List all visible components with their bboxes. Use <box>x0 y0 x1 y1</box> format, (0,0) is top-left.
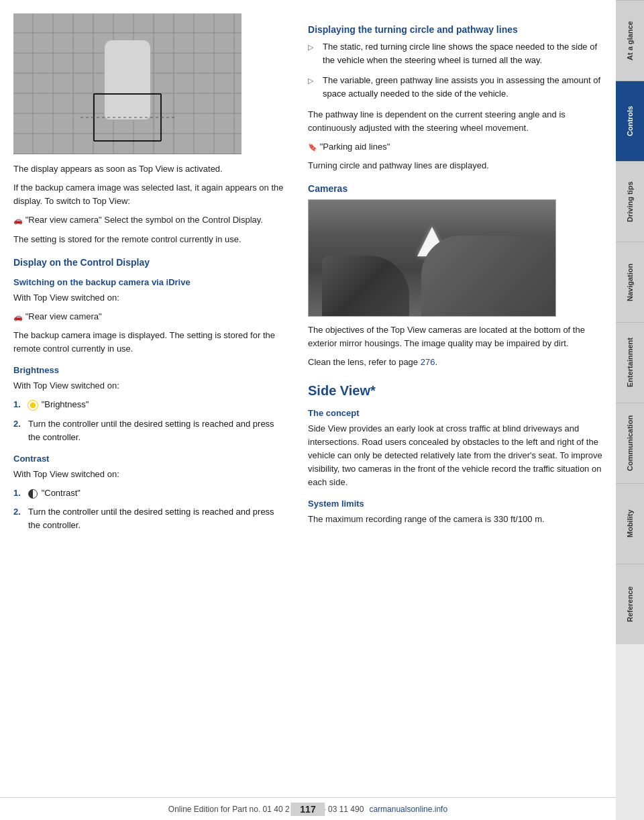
footer-site: carmanualsonline.info <box>369 805 447 814</box>
camera-image <box>308 199 556 317</box>
backup-text: If the backup camera image was selected … <box>13 181 288 208</box>
concept-body: Side View provides an early look at cros… <box>308 422 602 490</box>
bullet-item-2: ▷ The variable, green pathway line assis… <box>308 74 602 101</box>
bullet-item-1: ▷ The static, red turning circle line sh… <box>308 40 602 67</box>
sidebar-tab-controls[interactable]: Controls <box>616 81 644 161</box>
sidebar-tab-entertainment[interactable]: Entertainment <box>616 322 644 403</box>
brightness-list: 1. "Brightness" 2. Turn the controller u… <box>13 398 288 444</box>
car-body-shape <box>421 236 555 316</box>
contrast-list: 1. "Contrast" 2. Turn the controller unt… <box>13 486 288 532</box>
side-view-heading: Side View* <box>308 383 602 399</box>
system-limits-body: The maximum recording range of the camer… <box>308 513 602 526</box>
contrast-item-1: 1. "Contrast" <box>13 486 288 500</box>
rear-camera-icon: 🚗 <box>13 216 23 224</box>
page-footer: Online Edition for Part no. 01 40 2 606 … <box>0 797 616 820</box>
cameras-heading: Cameras <box>308 183 602 194</box>
parking-lines-svg <box>80 91 174 144</box>
bullet-arrow-1: ▷ <box>308 40 319 67</box>
contrast-top-view: With Top View switched on: <box>13 468 288 481</box>
stored-setting-text: The setting is stored for the remote con… <box>13 233 288 246</box>
parking-aid-ref: 🔖 "Parking aid lines" <box>308 140 602 154</box>
sun-icon <box>28 401 38 410</box>
sidebar-tab-communication[interactable]: Communication <box>616 403 644 483</box>
footer-text: Online Edition for Part no. 01 40 2 606 … <box>168 805 364 814</box>
page-number: 117 <box>290 803 325 816</box>
switching-heading: Switching on the backup camera via iDriv… <box>13 277 288 287</box>
top-view-image <box>13 13 241 154</box>
brightness-item-2: 2. Turn the controller until the desired… <box>13 417 288 444</box>
mirror-shape <box>322 256 409 316</box>
contrast-item-2: 2. Turn the controller until the desired… <box>13 505 288 532</box>
cameras-body1: The objectives of the Top View cameras a… <box>308 323 602 350</box>
pathway-dependent-text: The pathway line is dependent on the cur… <box>308 108 602 135</box>
backup-image-text: The backup camera image is displayed. Th… <box>13 329 288 356</box>
brightness-top-view: With Top View switched on: <box>13 379 288 393</box>
intro-text: The display appears as soon as Top View … <box>13 162 288 176</box>
half-circle-icon <box>28 489 38 499</box>
bullet-arrow-2: ▷ <box>308 74 319 101</box>
ref-icon: 🔖 <box>308 143 317 151</box>
sidebar-tab-navigation[interactable]: Navigation <box>616 242 644 322</box>
brightness-heading: Brightness <box>13 365 288 375</box>
page-ref-link[interactable]: 276 <box>421 357 435 367</box>
concept-heading: The concept <box>308 408 602 418</box>
sidebar-tab-mobility[interactable]: Mobility <box>616 483 644 564</box>
turning-circle-heading: Displaying the turning circle and pathwa… <box>308 24 602 35</box>
sidebar-tab-reference[interactable]: Reference <box>616 564 644 644</box>
rear-camera-label: 🚗 "Rear view camera" <box>13 310 288 323</box>
sidebar-tab-at-a-glance[interactable]: At a glance <box>616 0 644 81</box>
cameras-body2: Clean the lens, refer to page 276. <box>308 356 602 369</box>
turning-circle-bullets: ▷ The static, red turning circle line sh… <box>308 40 602 101</box>
sidebar: At a glance Controls Driving tips Naviga… <box>616 0 644 820</box>
contrast-heading: Contrast <box>13 454 288 464</box>
sidebar-tab-driving-tips[interactable]: Driving tips <box>616 161 644 242</box>
turning-circle-summary: Turning circle and pathway lines are dis… <box>308 159 602 172</box>
brightness-item-1: 1. "Brightness" <box>13 398 288 411</box>
rear-icon-2: 🚗 <box>13 313 23 321</box>
with-top-view-1: With Top View switched on: <box>13 291 288 305</box>
display-heading: Display on the Control Display <box>13 257 288 268</box>
system-limits-heading: System limits <box>308 499 602 509</box>
rear-camera-instruction: 🚗 "Rear view camera" Select the symbol o… <box>13 213 288 227</box>
